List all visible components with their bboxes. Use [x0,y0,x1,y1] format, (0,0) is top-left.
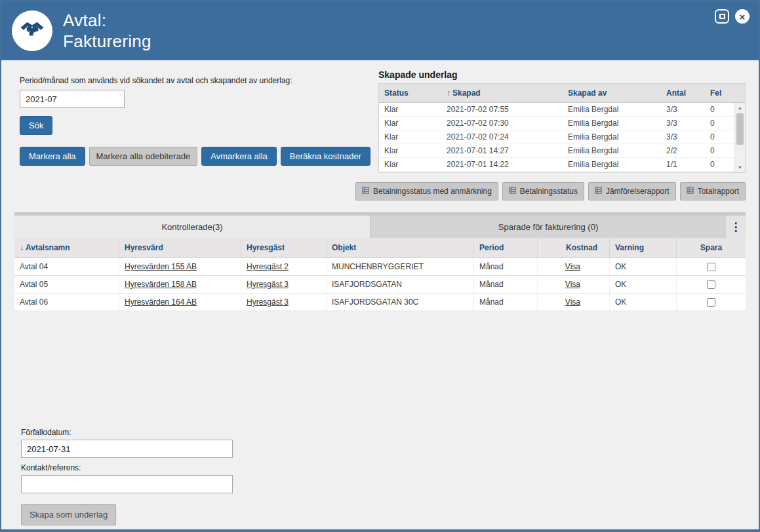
varning-status: OK [610,258,677,275]
page-title-line1: Avtal: [63,10,151,31]
column-header-skapad[interactable]: ↑Skapad [441,84,563,102]
calculate-costs-button[interactable]: Beräkna kostnader [281,147,370,166]
varning-status: OK [610,294,677,311]
report-grid-icon [595,187,602,196]
close-icon: × [740,12,746,22]
report-grid-icon [362,187,369,196]
tab-sparade-for-fakturering[interactable]: Sparade för fakturering (0) [370,216,726,238]
tab-kontrollerade[interactable]: Kontrollerade(3) [14,216,370,238]
hyresgast-link[interactable]: Hyresgäst 2 [247,262,289,271]
created-documents-row[interactable]: Klar 2021-07-02 07:55 Emilia Bergdal 3/3… [379,103,734,117]
report-grid-icon [509,187,516,196]
created-documents-panel: Skapade underlag Status ↑Skapad Skapad a… [378,67,746,200]
column-header-kostnad[interactable]: Kostnad [538,238,610,257]
create-underlag-button[interactable]: Skapa som underlag [21,504,116,525]
contract-row[interactable]: Avtal 05 Hyresvärden 158 AB Hyresgäst 3 … [14,276,746,294]
page-title: Avtal: Fakturering [63,10,151,52]
tab-bar: Kontrollerade(3) Sparade för fakturering… [14,216,746,238]
tab-menu-button[interactable]: ⋮ [726,216,746,238]
column-header-period[interactable]: Period [474,238,538,257]
varning-status: OK [610,276,677,293]
created-documents-row[interactable]: Klar 2021-07-02 07:24 Emilia Bergdal 3/3… [379,130,734,144]
handshake-icon [19,16,45,45]
window-controls: × [715,9,750,24]
maximize-button[interactable] [715,9,729,24]
contract-row[interactable]: Avtal 04 Hyresvärden 155 AB Hyresgäst 2 … [14,258,746,276]
top-section: Period/månad som används vid sökandet av… [14,67,746,200]
hyresgast-link[interactable]: Hyresgäst 3 [247,280,289,289]
column-header-fel[interactable]: Fel [705,84,745,102]
column-header-status[interactable]: Status [379,84,441,102]
close-button[interactable]: × [735,9,750,24]
app-header: Avtal: Fakturering × [1,1,759,60]
page-title-line2: Fakturering [63,31,151,52]
period-panel: Period/månad som används vid sökandet av… [14,67,378,166]
hyresvard-link[interactable]: Hyresvärden 155 AB [125,262,197,271]
payment-status-button[interactable]: Betalningsstatus [502,182,584,200]
hyresvard-link[interactable]: Hyresvärden 164 AB [125,297,197,307]
created-documents-header: Status ↑Skapad Skapad av Antal Fel [379,84,745,103]
sort-descending-icon: ↓ [20,243,24,252]
scroll-down-icon[interactable]: ▼ [735,162,745,172]
selection-buttons: Markera alla Markera alla odebiterade Av… [20,147,378,166]
contact-reference-label: Kontakt/referens: [21,463,746,472]
report-buttons: Betalningsstatus med anmärkning Betalnin… [378,182,746,200]
comparison-report-button[interactable]: Jämförelserapport [588,182,676,200]
tab-area: Kontrollerade(3) Sparade för fakturering… [14,212,746,238]
contracts-table: ↓Avtalsnamn Hyresvärd Hyresgäst Objekt P… [14,238,746,311]
scrollbar-thumb[interactable] [736,113,744,145]
total-report-button[interactable]: Totalrapport [680,182,746,200]
column-header-hyresgast[interactable]: Hyresgäst [241,238,327,257]
created-documents-title: Skapade underlag [378,69,746,80]
kebab-menu-icon: ⋮ [730,220,742,234]
column-header-antal[interactable]: Antal [661,84,705,102]
due-date-label: Förfallodatum: [21,428,746,437]
scroll-up-icon[interactable]: ▲ [735,103,745,113]
spara-checkbox[interactable] [707,263,715,271]
column-header-hyresvard[interactable]: Hyresvärd [119,238,241,257]
created-documents-row[interactable]: Klar 2021-07-01 14:27 Emilia Bergdal 2/2… [379,144,734,158]
app-logo [12,10,52,51]
hyresgast-link[interactable]: Hyresgäst 3 [247,297,289,307]
search-button[interactable]: Sök [20,116,52,135]
visa-kostnad-link[interactable]: Visa [565,262,580,271]
column-header-avtalsnamn[interactable]: ↓Avtalsnamn [14,238,119,257]
period-input[interactable] [20,90,125,108]
spara-checkbox[interactable] [707,280,715,289]
app-window: Avtal: Fakturering × Period/månad som an… [0,0,760,532]
created-documents-body: Klar 2021-07-02 07:55 Emilia Bergdal 3/3… [379,103,734,172]
created-documents-table: Status ↑Skapad Skapad av Antal Fel Klar … [378,83,746,173]
created-documents-row[interactable]: Klar 2021-07-02 07:30 Emilia Bergdal 3/3… [379,117,734,130]
column-header-varning[interactable]: Varning [610,238,677,257]
spara-checkbox[interactable] [707,298,715,307]
contracts-header: ↓Avtalsnamn Hyresvärd Hyresgäst Objekt P… [14,238,746,258]
report-grid-icon [687,187,694,196]
main-content: Period/månad som används vid sökandet av… [1,60,759,529]
payment-status-with-remark-button[interactable]: Betalningsstatus med anmärkning [355,182,498,200]
period-label: Period/månad som används vid sökandet av… [20,76,378,85]
contract-row[interactable]: Avtal 06 Hyresvärden 164 AB Hyresgäst 3 … [14,294,746,311]
vertical-scrollbar[interactable]: ▲ ▼ [734,103,745,172]
due-date-input[interactable] [21,440,233,458]
invoice-footer-form: Förfallodatum: Kontakt/referens: Skapa s… [14,428,746,525]
sort-ascending-icon: ↑ [447,88,450,98]
deselect-all-button[interactable]: Avmarkera alla [201,147,276,166]
contact-reference-input[interactable] [21,475,233,493]
select-all-unbilled-button[interactable]: Markera alla odebiterade [89,147,198,166]
maximize-icon [719,14,725,19]
visa-kostnad-link[interactable]: Visa [565,297,580,307]
column-header-spara[interactable]: Spara [677,238,746,257]
column-header-objekt[interactable]: Objekt [327,238,474,257]
hyresvard-link[interactable]: Hyresvärden 158 AB [125,280,197,289]
column-header-skapad-av[interactable]: Skapad av [563,84,661,102]
visa-kostnad-link[interactable]: Visa [565,280,580,289]
select-all-button[interactable]: Markera alla [20,147,85,166]
created-documents-row[interactable]: Klar 2021-07-01 14:22 Emilia Bergdal 1/1… [379,158,734,172]
